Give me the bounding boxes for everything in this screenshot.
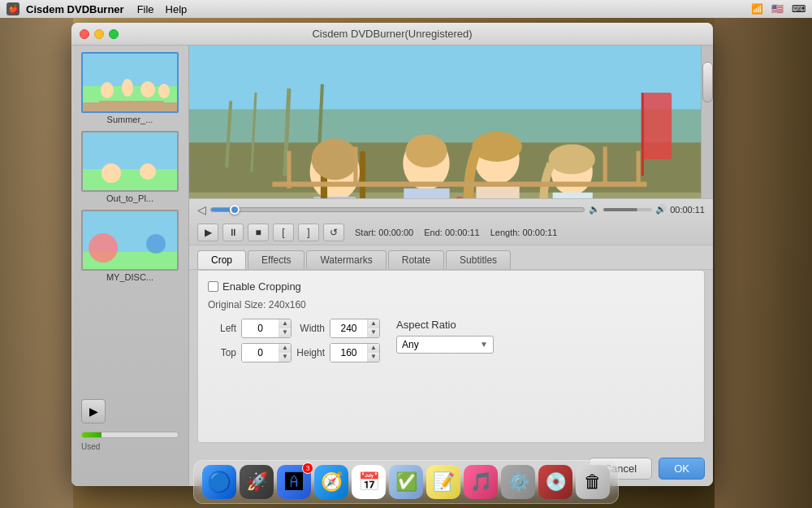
left-number-field: ▲ ▼: [241, 319, 292, 338]
video-scrollbar[interactable]: [701, 46, 713, 198]
ok-button[interactable]: OK: [659, 458, 705, 480]
menubar-app-name[interactable]: Cisdem DVDBurner: [26, 3, 124, 15]
left-label: Left: [208, 323, 236, 334]
tab-subtitles[interactable]: Subtitles: [446, 250, 511, 269]
menubar-file[interactable]: File: [137, 3, 154, 15]
enable-cropping-checkbox[interactable]: [208, 281, 218, 292]
progress-track[interactable]: [210, 207, 585, 212]
keyboard-icon: ⌨: [792, 3, 806, 15]
reset-button[interactable]: ↺: [323, 224, 344, 241]
trash-icon: 🗑: [584, 471, 602, 493]
sidebar-item-out[interactable]: Out_to_Pl...: [81, 131, 179, 203]
appstore-badge: 3: [302, 462, 313, 474]
progress-bar-row: ◁ 🔈 🔊 00:00:11: [189, 199, 713, 220]
height-input[interactable]: [330, 344, 367, 362]
width-up-spinner[interactable]: ▲: [368, 319, 379, 328]
used-fill: [82, 432, 102, 437]
pause-button[interactable]: ⏸: [222, 224, 244, 241]
dock-appstore[interactable]: 🅰 3: [277, 465, 311, 499]
content-area: Summer_... Out_to_Pl...: [71, 46, 713, 486]
volume-slider[interactable]: [603, 208, 652, 211]
scroll-thumb[interactable]: [702, 62, 713, 102]
dock-notes[interactable]: 📝: [426, 465, 460, 499]
volume-icon[interactable]: 🔈: [589, 204, 600, 215]
appstore-icon: 🅰: [285, 471, 303, 493]
end-time: 00:00:11: [445, 228, 480, 237]
menubar-right: 📶 🇺🇸 ⌨: [751, 3, 806, 15]
transport-area: ◁ 🔈 🔊 00:00:11 ▶: [189, 198, 713, 245]
end-label: End: 00:00:11: [424, 228, 480, 237]
tab-watermarks[interactable]: Watermarks: [306, 250, 386, 269]
start-label: Start: 00:00:00: [355, 228, 413, 237]
top-number-field: ▲ ▼: [241, 343, 292, 363]
edit-panel: Enable Cropping Original Size: 240x160 L…: [197, 270, 705, 444]
play-button[interactable]: ▶: [197, 224, 218, 241]
apple-logo[interactable]: 🍎: [6, 2, 19, 15]
svg-point-3: [101, 82, 114, 98]
left-down-spinner[interactable]: ▼: [279, 328, 291, 337]
sidebar-item-disc[interactable]: MY_DISC...: [81, 210, 179, 282]
sidebar-item-summer[interactable]: Summer_...: [81, 52, 179, 124]
chevron-down-icon: ▼: [480, 340, 488, 349]
svg-point-48: [405, 134, 447, 167]
tab-effects[interactable]: Effects: [248, 250, 304, 269]
dock-dvd[interactable]: 💿: [538, 465, 572, 499]
crop-fields: Left ▲ ▼ Width: [208, 319, 380, 363]
width-label: Width: [296, 323, 325, 334]
top-up-spinner[interactable]: ▲: [279, 344, 291, 353]
dock-finder[interactable]: 🔵: [202, 465, 236, 499]
svg-point-14: [89, 233, 118, 263]
original-size-value: 240x160: [269, 299, 306, 310]
main-window: Cisdem DVDBurner(Unregistered): [71, 23, 713, 486]
svg-point-5: [140, 81, 155, 98]
sidebar-nav-button[interactable]: ▶: [81, 399, 106, 423]
maximize-button[interactable]: [109, 29, 119, 39]
dock: 🔵 🚀 🅰 3 🧭 📅 ✅ 📝 🎵 ⚙️ 💿 🗑: [193, 460, 619, 504]
tab-crop[interactable]: Crop: [197, 250, 246, 269]
left-field-row: Left ▲ ▼ Width: [208, 319, 380, 338]
start-time: 00:00:00: [378, 228, 413, 237]
width-input[interactable]: [330, 319, 367, 337]
height-up-spinner[interactable]: ▲: [368, 344, 379, 353]
enable-cropping-label[interactable]: Enable Cropping: [208, 280, 301, 293]
height-label: Height: [296, 347, 325, 358]
menubar-help[interactable]: Help: [166, 3, 188, 15]
aspect-ratio-select[interactable]: Any ▼: [396, 336, 494, 354]
svg-point-6: [158, 84, 170, 98]
mark-in-button[interactable]: [: [273, 224, 294, 241]
dock-launchpad[interactable]: 🚀: [240, 465, 274, 499]
original-size: Original Size: 240x160: [208, 299, 694, 310]
dock-safari[interactable]: 🧭: [314, 465, 348, 499]
svg-point-11: [140, 163, 156, 180]
top-down-spinner[interactable]: ▼: [279, 353, 291, 362]
dock-sysprefs[interactable]: ⚙️: [501, 465, 535, 499]
top-input[interactable]: [242, 344, 279, 362]
dock-trash[interactable]: 🗑: [576, 465, 610, 499]
used-bar: [81, 432, 179, 438]
svg-point-51: [472, 132, 521, 162]
dock-tasks[interactable]: ✅: [389, 465, 423, 499]
svg-point-45: [312, 138, 358, 180]
edit-tabs: Crop Effects Watermarks Rotate Subtitles: [189, 245, 713, 270]
width-down-spinner[interactable]: ▼: [368, 328, 379, 337]
height-down-spinner[interactable]: ▼: [368, 353, 379, 362]
notes-icon: 📝: [433, 471, 455, 493]
flag-icon: 🇺🇸: [771, 3, 784, 15]
wifi-icon: 📶: [751, 3, 763, 15]
aspect-ratio-section: Aspect Ratio Any ▼: [396, 319, 494, 363]
dock-calendar[interactable]: 📅: [352, 465, 386, 499]
window-title: Cisdem DVDBurner(Unregistered): [312, 28, 472, 40]
stop-button[interactable]: ■: [248, 224, 269, 241]
dock-itunes[interactable]: 🎵: [464, 465, 498, 499]
main-content: ◁ 🔈 🔊 00:00:11 ▶: [189, 46, 713, 486]
rock-texture-left: [0, 0, 73, 508]
left-up-spinner[interactable]: ▲: [279, 319, 291, 328]
close-button[interactable]: [80, 29, 89, 39]
mark-out-button[interactable]: ]: [298, 224, 319, 241]
left-input[interactable]: [242, 319, 279, 337]
minimize-button[interactable]: [94, 29, 104, 39]
tab-rotate[interactable]: Rotate: [388, 250, 444, 269]
progress-thumb[interactable]: [230, 205, 240, 215]
svg-point-15: [146, 234, 166, 254]
svg-rect-60: [642, 93, 672, 159]
